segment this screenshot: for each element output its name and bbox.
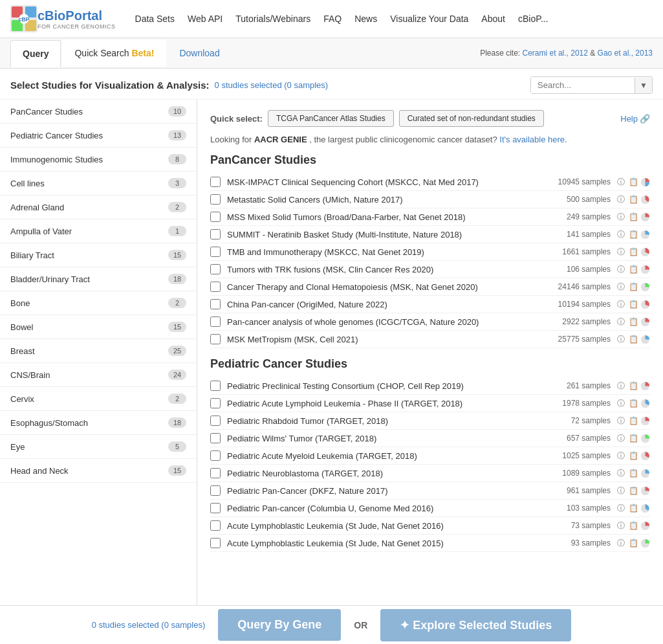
ped-table-icon-4[interactable]: 📋 bbox=[628, 450, 638, 461]
sidebar-item-breast[interactable]: Breast 25 bbox=[0, 339, 197, 363]
ped-study-checkbox-3[interactable] bbox=[210, 433, 221, 443]
sidebar-item-cns[interactable]: CNS/Brain 24 bbox=[0, 363, 197, 387]
sidebar-item-head-neck[interactable]: Head and Neck 15 bbox=[0, 459, 197, 483]
ped-info-icon-4[interactable]: ⓘ bbox=[616, 450, 626, 461]
cite-link2[interactable]: Gao et al., 2013 bbox=[598, 49, 653, 58]
nav-faq[interactable]: FAQ bbox=[323, 14, 342, 24]
ped-study-name-8[interactable]: Acute Lymphoblastic Leukemia (St Jude, N… bbox=[227, 521, 571, 531]
study-checkbox-5[interactable] bbox=[210, 264, 221, 274]
table-icon-4[interactable]: 📋 bbox=[628, 247, 638, 257]
study-checkbox-9[interactable] bbox=[210, 334, 221, 344]
study-name-0[interactable]: MSK-IMPACT Clinical Sequencing Cohort (M… bbox=[227, 177, 558, 187]
ped-table-icon-3[interactable]: 📋 bbox=[628, 433, 638, 443]
study-checkbox-0[interactable] bbox=[210, 177, 221, 187]
nav-datasets[interactable]: Data Sets bbox=[135, 14, 175, 24]
ped-study-checkbox-5[interactable] bbox=[210, 468, 221, 478]
sidebar-item-pediatric[interactable]: Pediatric Cancer Studies 13 bbox=[0, 124, 197, 148]
ped-table-icon-8[interactable]: 📋 bbox=[628, 520, 638, 531]
pie-icon-4[interactable] bbox=[640, 247, 650, 257]
ped-info-icon-3[interactable]: ⓘ bbox=[616, 433, 626, 443]
info-icon-5[interactable]: ⓘ bbox=[616, 264, 626, 274]
ped-table-icon-6[interactable]: 📋 bbox=[628, 485, 638, 496]
ped-info-icon-5[interactable]: ⓘ bbox=[616, 468, 626, 478]
ped-study-name-2[interactable]: Pediatric Rhabdoid Tumor (TARGET, 2018) bbox=[227, 416, 571, 426]
ped-study-checkbox-8[interactable] bbox=[210, 520, 221, 531]
study-checkbox-8[interactable] bbox=[210, 316, 221, 327]
ped-info-icon-8[interactable]: ⓘ bbox=[616, 520, 626, 531]
ped-table-icon-0[interactable]: 📋 bbox=[628, 381, 638, 391]
ped-table-icon-2[interactable]: 📋 bbox=[628, 416, 638, 426]
study-name-9[interactable]: MSK MetTropism (MSK, Cell 2021) bbox=[227, 335, 558, 344]
nav-cbiop[interactable]: cBioP... bbox=[518, 14, 548, 24]
ped-study-checkbox-1[interactable] bbox=[210, 398, 221, 408]
sidebar-item-bladder[interactable]: Bladder/Urinary Tract 18 bbox=[0, 267, 197, 291]
ped-table-icon-5[interactable]: 📋 bbox=[628, 468, 638, 478]
pie-icon-9[interactable] bbox=[640, 335, 650, 344]
table-icon-0[interactable]: 📋 bbox=[628, 177, 638, 187]
study-name-2[interactable]: MSS Mixed Solid Tumors (Broad/Dana-Farbe… bbox=[227, 212, 567, 222]
pie-icon-6[interactable] bbox=[640, 282, 650, 292]
sidebar-item-ampulla[interactable]: Ampulla of Vater 1 bbox=[0, 219, 197, 243]
study-checkbox-1[interactable] bbox=[210, 194, 221, 205]
pie-icon-7[interactable] bbox=[640, 300, 650, 309]
sidebar-item-bowel[interactable]: Bowel 15 bbox=[0, 315, 197, 339]
study-name-4[interactable]: TMB and Immunotherapy (MSKCC, Nat Genet … bbox=[227, 247, 562, 257]
ped-pie-icon-2[interactable] bbox=[640, 416, 650, 426]
ped-info-icon-2[interactable]: ⓘ bbox=[616, 416, 626, 426]
ped-pie-icon-5[interactable] bbox=[640, 469, 650, 478]
pie-icon-3[interactable] bbox=[640, 230, 650, 239]
nav-visualize[interactable]: Visualize Your Data bbox=[390, 14, 468, 24]
ped-study-name-3[interactable]: Pediatric Wilms' Tumor (TARGET, 2018) bbox=[227, 434, 567, 443]
info-icon-8[interactable]: ⓘ bbox=[616, 316, 626, 327]
ped-study-name-9[interactable]: Acute Lymphoblastic Leukemia (St Jude, N… bbox=[227, 539, 571, 548]
table-icon-3[interactable]: 📋 bbox=[628, 229, 638, 239]
study-checkbox-7[interactable] bbox=[210, 299, 221, 309]
explore-selected-studies-button[interactable]: ✦ Explore Selected Studies bbox=[380, 609, 571, 641]
info-icon-1[interactable]: ⓘ bbox=[616, 194, 626, 205]
ped-info-icon-6[interactable]: ⓘ bbox=[616, 485, 626, 496]
ped-study-checkbox-9[interactable] bbox=[210, 538, 221, 548]
ped-study-checkbox-0[interactable] bbox=[210, 381, 221, 391]
ped-table-icon-7[interactable]: 📋 bbox=[628, 503, 638, 513]
aacr-link[interactable]: It's available here. bbox=[499, 135, 567, 144]
table-icon-7[interactable]: 📋 bbox=[628, 299, 638, 309]
ped-study-name-5[interactable]: Pediatric Neuroblastoma (TARGET, 2018) bbox=[227, 469, 562, 478]
quick-select-tcga-btn[interactable]: TCGA PanCancer Atlas Studies bbox=[268, 110, 394, 127]
study-name-8[interactable]: Pan-cancer analysis of whole genomes (IC… bbox=[227, 317, 562, 327]
table-icon-8[interactable]: 📋 bbox=[628, 316, 638, 327]
sidebar-item-immunogenomic[interactable]: Immunogenomic Studies 8 bbox=[0, 148, 197, 172]
query-by-gene-button[interactable]: Query By Gene bbox=[218, 609, 341, 641]
pie-icon-8[interactable] bbox=[640, 317, 650, 327]
sidebar-item-bone[interactable]: Bone 2 bbox=[0, 291, 197, 315]
table-icon-9[interactable]: 📋 bbox=[628, 334, 638, 344]
ped-study-name-1[interactable]: Pediatric Acute Lymphoid Leukemia - Phas… bbox=[227, 399, 562, 408]
sidebar-item-cell-lines[interactable]: Cell lines 3 bbox=[0, 172, 197, 195]
ped-study-checkbox-4[interactable] bbox=[210, 450, 221, 461]
nav-webapi[interactable]: Web API bbox=[188, 14, 223, 24]
ped-table-icon-9[interactable]: 📋 bbox=[628, 538, 638, 548]
study-checkbox-3[interactable] bbox=[210, 229, 221, 239]
search-dropdown-btn[interactable]: ▼ bbox=[635, 78, 652, 93]
ped-info-icon-9[interactable]: ⓘ bbox=[616, 538, 626, 548]
pie-icon-5[interactable] bbox=[640, 265, 650, 274]
ped-study-checkbox-6[interactable] bbox=[210, 485, 221, 496]
info-icon-3[interactable]: ⓘ bbox=[616, 229, 626, 239]
ped-pie-icon-4[interactable] bbox=[640, 451, 650, 461]
info-icon-7[interactable]: ⓘ bbox=[616, 299, 626, 309]
study-name-5[interactable]: Tumors with TRK fusions (MSK, Clin Cance… bbox=[227, 265, 567, 274]
study-checkbox-6[interactable] bbox=[210, 282, 221, 292]
ped-study-name-4[interactable]: Pediatric Acute Myeloid Leukemia (TARGET… bbox=[227, 451, 562, 461]
tab-quick-search[interactable]: Quick Search Beta! bbox=[62, 39, 166, 67]
study-checkbox-4[interactable] bbox=[210, 247, 221, 257]
study-name-3[interactable]: SUMMIT - Neratinib Basket Study (Multi-I… bbox=[227, 230, 567, 239]
study-name-6[interactable]: Cancer Therapy and Clonal Hematopoiesis … bbox=[227, 282, 558, 292]
ped-study-checkbox-2[interactable] bbox=[210, 416, 221, 426]
ped-info-icon-0[interactable]: ⓘ bbox=[616, 381, 626, 391]
ped-pie-icon-6[interactable] bbox=[640, 486, 650, 496]
nav-about[interactable]: About bbox=[481, 14, 505, 24]
ped-pie-icon-1[interactable] bbox=[640, 399, 650, 408]
study-name-7[interactable]: China Pan-cancer (OrigiMed, Nature 2022) bbox=[227, 300, 558, 309]
info-icon-2[interactable]: ⓘ bbox=[616, 212, 626, 222]
ped-pie-icon-0[interactable] bbox=[640, 381, 650, 391]
sidebar-item-eye[interactable]: Eye 5 bbox=[0, 435, 197, 459]
